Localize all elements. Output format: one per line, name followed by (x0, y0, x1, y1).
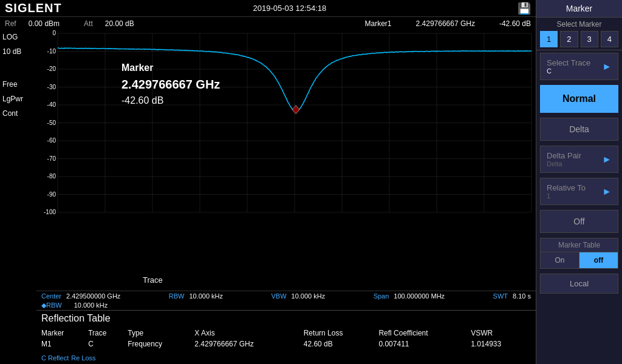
table-cell: M1 (41, 339, 88, 349)
ref-val: 0.00 dBm (29, 19, 60, 28)
sidebar-item-log[interactable]: LOG (2, 33, 18, 41)
table-header-cell: VSWR (471, 328, 531, 339)
c-reflect-label[interactable]: C Reflect (41, 354, 69, 362)
select-marker-section: Select Marker 1 2 3 4 (536, 18, 622, 50)
sidebar-item-free[interactable]: Free (2, 80, 18, 89)
marker-btn-3[interactable]: 3 (581, 31, 598, 47)
marker-btn-1[interactable]: 1 (540, 31, 558, 47)
marker-title: Marker (121, 61, 220, 75)
marker-annotation: Marker 2.429766667 GHz -42.60 dB (121, 61, 220, 108)
chevron-right-icon-3: ► (602, 186, 612, 197)
delta-button[interactable]: Delta (540, 118, 618, 141)
sidebar-item-lgpwr[interactable]: LgPwr (2, 95, 23, 103)
chevron-right-icon-2: ► (602, 154, 612, 165)
chevron-right-icon: ► (602, 61, 612, 72)
normal-button[interactable]: Normal (540, 85, 618, 113)
marker-table-on-button[interactable]: On (541, 252, 579, 268)
table-header-cell: Type (128, 328, 194, 339)
table-header-row: MarkerTraceTypeX AxisReturn LossRefl Coe… (41, 328, 531, 339)
relative-to-label: Relative To (547, 183, 586, 192)
marker-btn-4[interactable]: 4 (601, 31, 618, 47)
vbw-val: 10.000 kHz (292, 292, 326, 300)
table-header-cell: Return Loss (304, 328, 379, 339)
table-header-cell: Marker (41, 328, 88, 339)
marker-table-section: Marker Table On off (540, 238, 618, 269)
usb-icon: 💾 (518, 2, 531, 15)
table-body: M1CFrequency2.429766667 GHz42.60 dB0.007… (41, 339, 531, 349)
marker-table-toggles: On off (541, 252, 618, 268)
marker-freq-annotation: 2.429766667 GHz (121, 75, 220, 93)
rbw-diamond: ◆RBW (41, 302, 62, 309)
marker-table-off-button[interactable]: off (579, 252, 618, 268)
reflection-table: MarkerTraceTypeX AxisReturn LossRefl Coe… (41, 328, 531, 349)
table-area: Reflection Table MarkerTraceTypeX AxisRe… (36, 310, 536, 352)
table-title: Reflection Table (41, 313, 531, 324)
relative-to-button[interactable]: Relative To 1 ► (540, 178, 618, 205)
marker-db-annotation: -42.60 dB (121, 93, 220, 108)
off-button[interactable]: Off (540, 210, 618, 233)
panel-title: Marker (536, 0, 622, 18)
chart-footer: Center 2.429500000 GHz RBW 10.000 kHz VB… (36, 291, 536, 301)
select-trace-label: Select Trace (547, 58, 590, 67)
trace-label: Trace (143, 275, 163, 285)
vbw-label: VBW (272, 292, 287, 300)
datetime: 2019-05-03 12:54:18 (253, 4, 326, 13)
table-header-cell: X Axis (194, 328, 303, 339)
swt-label: SWT (493, 292, 508, 300)
delta-pair-label: Delta Pair (547, 151, 581, 160)
table-cell: 42.60 dB (304, 339, 379, 349)
table-cell: 0.007411 (378, 339, 471, 349)
table-cell: 1.014933 (471, 339, 531, 349)
select-marker-label: Select Marker (540, 20, 618, 29)
table-cell: 2.429766667 GHz (194, 339, 303, 349)
span-label: Span (374, 292, 389, 300)
ref-label: Ref (5, 19, 16, 28)
table-cell: Frequency (128, 339, 194, 349)
center-val: 2.429500000 GHz (66, 292, 120, 300)
logo: SIGLENT (5, 1, 62, 15)
marker-table-label: Marker Table (541, 238, 618, 252)
rbw-val: 10.000 kHz (189, 292, 223, 300)
relative-to-sub: 1 (547, 192, 586, 200)
bottom-labels: C Reflect Re Loss (36, 352, 536, 364)
center-label: Center (41, 292, 61, 300)
marker-db: -42.60 dB (499, 19, 531, 28)
table-cell: C (88, 339, 128, 349)
rbw-label: RBW (169, 292, 185, 300)
local-button[interactable]: Local (540, 274, 618, 294)
delta-pair-sub: Delta (547, 160, 581, 167)
marker-freq: 2.429766667 GHz (416, 19, 475, 28)
table-header-cell: Refl Coefficient (378, 328, 471, 339)
span-val: 100.000000 MHz (394, 292, 445, 300)
att-label: Att (84, 19, 93, 28)
delta-pair-button[interactable]: Delta Pair Delta ► (540, 146, 618, 173)
rbw-val2: 10.000 kHz (74, 302, 108, 309)
marker-btn-2[interactable]: 2 (560, 31, 578, 47)
table-row: M1CFrequency2.429766667 GHz42.60 dB0.007… (41, 339, 531, 349)
swt-val: 8.10 s (513, 292, 531, 300)
sidebar-item-cont[interactable]: Cont (2, 109, 18, 118)
select-trace-button[interactable]: Select Trace C ► (540, 53, 618, 80)
sidebar-item-10db[interactable]: 10 dB (2, 47, 21, 56)
table-header-cell: Trace (88, 328, 128, 339)
marker-label: Marker1 (365, 19, 392, 28)
marker-buttons: 1 2 3 4 (540, 31, 618, 47)
re-loss-label[interactable]: Re Loss (71, 354, 95, 362)
select-trace-sub: C (547, 67, 590, 75)
att-val: 20.00 dB (105, 19, 134, 28)
